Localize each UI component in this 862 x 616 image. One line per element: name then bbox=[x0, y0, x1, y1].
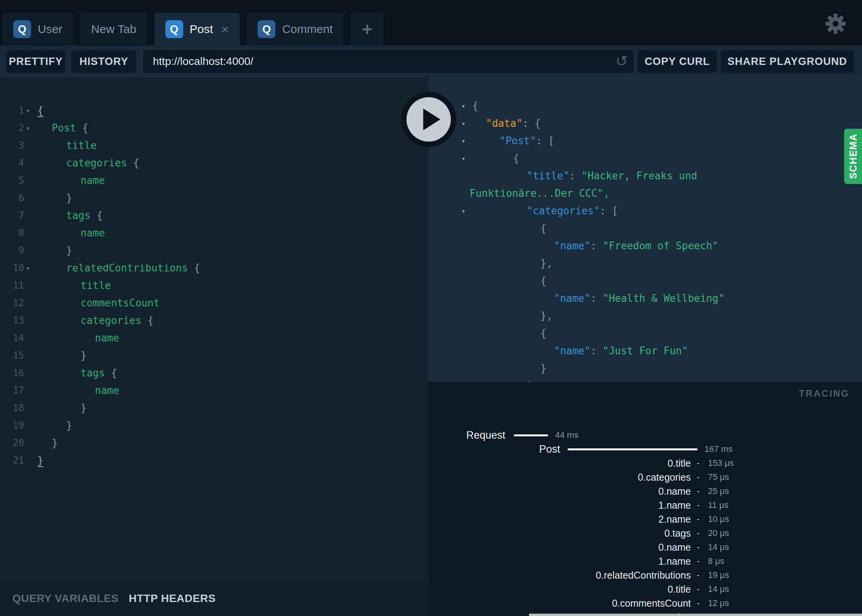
query-token: { bbox=[76, 122, 88, 134]
endpoint-url-input[interactable] bbox=[142, 49, 634, 74]
execute-query-button[interactable] bbox=[401, 91, 457, 147]
response-viewer: ▾{▾"data": {▾"Post": [▾{"title": "Hacker… bbox=[428, 77, 862, 382]
line-number: 4 bbox=[0, 154, 24, 172]
resolver-duration: 75 μs bbox=[708, 470, 729, 484]
response-line: ▾"data": { bbox=[428, 115, 862, 132]
resolver-dash: - bbox=[694, 554, 703, 568]
prettify-button[interactable]: PRETTIFY bbox=[6, 50, 65, 73]
tracing-panel: TRACING Request44 msPost167 ms0.title-15… bbox=[428, 382, 862, 616]
resolver-path: 0.name bbox=[428, 484, 691, 498]
resolver-path: 1.name bbox=[428, 554, 691, 568]
query-token: } bbox=[81, 350, 87, 361]
endpoint-url-wrap: ↺ bbox=[142, 49, 634, 74]
response-token: "name" bbox=[554, 240, 590, 252]
query-token: name bbox=[95, 332, 119, 344]
line-number: 12 bbox=[0, 294, 24, 312]
horizontal-scrollbar[interactable] bbox=[529, 614, 862, 616]
response-token: }, bbox=[540, 310, 552, 322]
line-number: 8 bbox=[0, 224, 24, 242]
query-token: } bbox=[66, 420, 72, 431]
response-line: ] bbox=[428, 377, 862, 382]
resolver-dash: - bbox=[694, 526, 703, 540]
line-number: 1 bbox=[0, 102, 24, 119]
query-token: categories bbox=[66, 157, 127, 169]
tracing-span-row: Request44 ms bbox=[428, 428, 862, 442]
fold-arrow-icon[interactable]: ▾ bbox=[26, 102, 30, 119]
line-number: 6 bbox=[0, 189, 24, 207]
line-number: 11 bbox=[0, 277, 24, 294]
query-variables-tab[interactable]: QUERY VARIABLES bbox=[12, 592, 119, 605]
copy-curl-button[interactable]: COPY CURL bbox=[638, 50, 717, 73]
resolver-dash: - bbox=[694, 498, 703, 512]
query-line: 18} bbox=[0, 399, 428, 417]
resolver-path: 0.tags bbox=[428, 526, 691, 540]
query-line: 11title bbox=[0, 277, 428, 294]
response-token: "Post" bbox=[499, 135, 536, 147]
query-token: { bbox=[37, 105, 44, 117]
line-number: 15 bbox=[0, 347, 24, 364]
schema-tab[interactable]: SCHEMA bbox=[844, 129, 862, 184]
settings-button[interactable] bbox=[825, 13, 846, 35]
query-token: } bbox=[81, 402, 87, 414]
share-playground-button[interactable]: SHARE PLAYGROUND bbox=[721, 50, 854, 73]
response-token: }, bbox=[540, 257, 552, 269]
response-token: "name" bbox=[554, 345, 590, 357]
query-line: 16tags { bbox=[0, 364, 428, 382]
response-token: : [ bbox=[600, 205, 618, 217]
query-badge-icon: Q bbox=[258, 20, 275, 38]
collapse-arrow-icon[interactable]: ▾ bbox=[461, 97, 466, 115]
fold-arrow-icon[interactable]: ▾ bbox=[26, 119, 30, 137]
response-line: }, bbox=[428, 255, 862, 272]
response-token: : bbox=[590, 240, 603, 252]
query-line: 3title bbox=[0, 137, 428, 154]
query-token: relatedContributions bbox=[66, 262, 188, 274]
history-button[interactable]: HISTORY bbox=[72, 50, 136, 73]
query-token: title bbox=[66, 140, 96, 151]
close-tab-icon[interactable]: × bbox=[221, 23, 229, 36]
query-badge-icon: Q bbox=[165, 20, 183, 38]
line-number: 16 bbox=[0, 364, 24, 382]
add-tab-button[interactable]: + bbox=[350, 13, 384, 46]
tab-user[interactable]: Q User bbox=[2, 13, 73, 46]
collapse-arrow-icon[interactable]: ▾ bbox=[461, 202, 466, 220]
resolver-path: 0.title bbox=[428, 456, 691, 470]
toolbar: PRETTIFY HISTORY ↺ COPY CURL SHARE PLAYG… bbox=[0, 46, 862, 77]
resolver-path: 0.relatedContributions bbox=[428, 568, 691, 582]
line-number: 17 bbox=[0, 382, 24, 399]
query-line: 21} bbox=[0, 452, 428, 469]
query-line: 15} bbox=[0, 347, 428, 364]
response-token: : { bbox=[522, 117, 541, 129]
response-line: ▾{ bbox=[428, 97, 862, 115]
collapse-arrow-icon[interactable]: ▾ bbox=[461, 115, 466, 132]
query-token: categories bbox=[81, 315, 142, 326]
tracing-resolver-row: 0.title-14 μs bbox=[428, 582, 862, 596]
resolver-dash: - bbox=[694, 596, 703, 610]
tracing-resolver-row: 0.name-25 μs bbox=[428, 484, 862, 498]
query-token: name bbox=[81, 227, 105, 239]
collapse-arrow-icon[interactable]: ▾ bbox=[461, 132, 466, 150]
query-editor[interactable]: 1▾{2▾Post {3title4categories {5name6}7ta… bbox=[0, 77, 428, 581]
http-headers-tab[interactable]: HTTP HEADERS bbox=[129, 592, 216, 605]
tab-comment[interactable]: Q Comment bbox=[247, 13, 343, 46]
response-line: Funktionäre...Der CCC", bbox=[428, 185, 862, 202]
line-number: 21 bbox=[0, 452, 24, 469]
response-line: { bbox=[428, 325, 862, 342]
tab-new-tab[interactable]: New Tab bbox=[80, 13, 147, 46]
tab-label: Comment bbox=[282, 23, 333, 36]
query-token: } bbox=[37, 455, 44, 467]
query-badge-icon: Q bbox=[13, 20, 31, 38]
tracing-span-duration: 167 ms bbox=[704, 442, 732, 456]
tab-label: New Tab bbox=[91, 23, 136, 36]
tracing-resolver-row: 1.name-11 μs bbox=[428, 498, 862, 512]
query-line: 12commentsCount bbox=[0, 294, 428, 312]
reload-schema-icon[interactable]: ↺ bbox=[615, 52, 628, 70]
query-line: 13categories { bbox=[0, 312, 428, 329]
response-token: { bbox=[540, 327, 547, 339]
collapse-arrow-icon[interactable]: ▾ bbox=[461, 150, 466, 167]
response-token: } bbox=[540, 362, 547, 374]
query-line: 9} bbox=[0, 242, 428, 259]
fold-arrow-icon[interactable]: ▾ bbox=[26, 259, 30, 277]
query-token: commentsCount bbox=[81, 297, 160, 309]
tab-post[interactable]: Q Post × bbox=[154, 13, 240, 46]
resolver-duration: 153 μs bbox=[708, 456, 734, 470]
